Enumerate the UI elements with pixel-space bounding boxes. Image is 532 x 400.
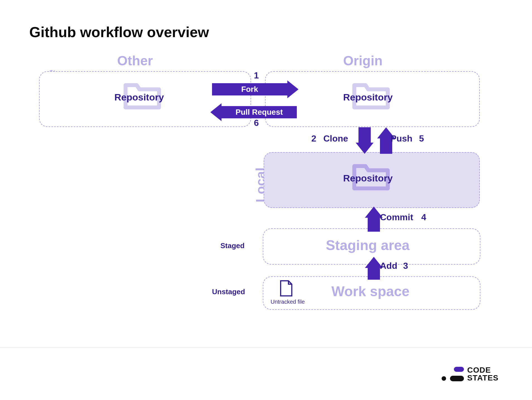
codestates-logo: CODE STATES [442, 366, 499, 382]
footer-divider [0, 348, 532, 348]
logo-text-line2: STATES [467, 374, 499, 382]
step-number-4: 4 [421, 212, 426, 222]
add-label: Add [380, 261, 397, 271]
step-number-5: 5 [419, 133, 424, 144]
pull-request-arrow-label: Pull Request [222, 106, 297, 118]
clone-arrow [356, 127, 374, 154]
step-number-2: 2 [311, 133, 316, 144]
section-label-other: Other [117, 53, 153, 68]
logo-text-line1: CODE [467, 366, 499, 374]
file-icon [279, 280, 293, 297]
untracked-file-label: Untracked file [271, 299, 305, 305]
staged-label: Staged [220, 241, 245, 250]
unstaged-label: Unstaged [212, 288, 245, 296]
staging-area-label: Staging area [326, 237, 410, 253]
step-number-6: 6 [254, 118, 259, 128]
step-number-1: 1 [254, 70, 259, 81]
section-label-origin: Origin [343, 53, 382, 68]
push-label: Push [391, 133, 412, 144]
commit-label: Commit [380, 212, 413, 222]
clone-label: Clone [323, 133, 348, 144]
fork-arrow: Fork [212, 80, 299, 98]
diagram-title: Github workflow overview [29, 24, 209, 40]
step-number-3: 3 [403, 261, 408, 271]
fork-arrow-label: Fork [212, 83, 287, 95]
repository-label-local: Repository [343, 173, 393, 184]
pull-request-arrow: Pull Request [210, 103, 297, 121]
workspace-label: Work space [331, 283, 410, 300]
repository-label-other: Repository [114, 92, 164, 103]
repository-label-origin: Repository [343, 92, 393, 103]
